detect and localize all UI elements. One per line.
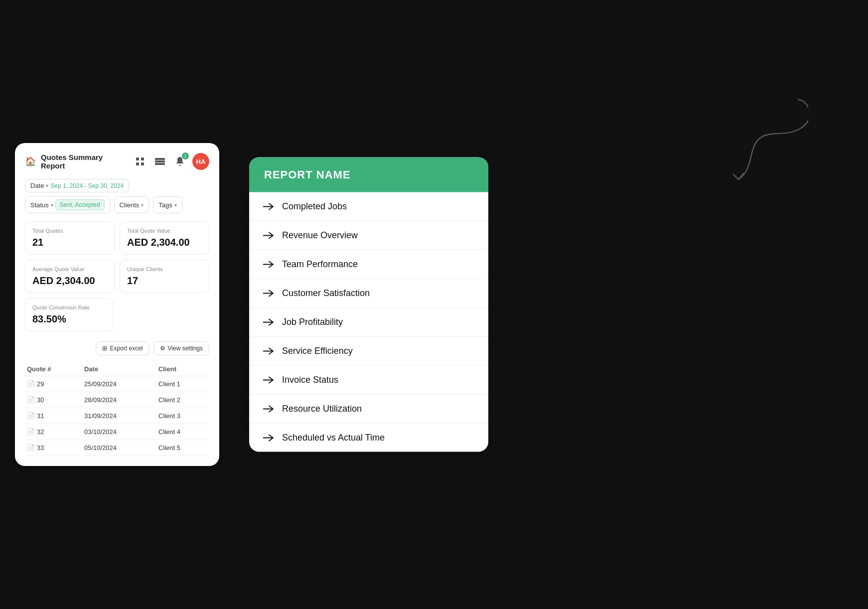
svg-rect-2 — [136, 162, 139, 165]
report-item-label: Job Profitability — [282, 317, 343, 327]
report-item-label: Completed Jobs — [282, 201, 347, 212]
report-item-label: Invoice Status — [282, 375, 338, 385]
notification-icon[interactable]: 1 — [172, 154, 187, 169]
report-list-item[interactable]: Customer Satisfaction — [249, 279, 488, 308]
table-row[interactable]: 📄29 25/09/2024 Client 1 — [25, 376, 209, 392]
cell-client: Client 5 — [156, 440, 209, 456]
stat-label-total-quotes: Total Quotes — [32, 228, 107, 234]
cell-client: Client 1 — [156, 376, 209, 392]
report-list-item[interactable]: Job Profitability — [249, 308, 488, 337]
cell-quote-num: 📄30 — [25, 392, 82, 408]
svg-rect-0 — [136, 157, 139, 160]
stat-value-total-quote-value: AED 2,304.00 — [127, 237, 202, 248]
report-item-label: Team Performance — [282, 259, 358, 270]
report-list-item[interactable]: Completed Jobs — [249, 192, 488, 221]
grid-view-icon[interactable] — [133, 154, 147, 169]
settings-icon: ⚙ — [160, 345, 165, 352]
app-header: 🏠 Quotes Summary Report — [25, 153, 209, 170]
notification-badge: 1 — [182, 152, 189, 159]
export-excel-button[interactable]: ⊞ Export excel — [96, 341, 149, 355]
doc-icon: 📄 — [27, 380, 35, 388]
arrow-right-icon — [263, 202, 274, 210]
stat-unique-clients: Unique Clients 17 — [120, 260, 209, 293]
stat-conversion-rate: Quote Conversion Rate 83.50% — [25, 298, 114, 331]
table-row[interactable]: 📄33 05/10/2024 Client 5 — [25, 440, 209, 456]
stat-total-quotes: Total Quotes 21 — [25, 221, 115, 255]
col-client: Client — [156, 362, 209, 376]
stat-value-unique-clients: 17 — [127, 275, 202, 287]
cell-quote-num: 📄33 — [25, 440, 82, 456]
report-list-item[interactable]: Resource Utilization — [249, 395, 488, 424]
cell-client: Client 2 — [156, 392, 209, 408]
svg-rect-5 — [155, 160, 165, 162]
svg-rect-1 — [141, 157, 144, 160]
cell-date: 28/09/2024 — [82, 392, 156, 408]
table-row[interactable]: 📄32 03/10/2024 Client 4 — [25, 424, 209, 440]
report-name-card: REPORT NAME Completed Jobs Revenue Overv… — [249, 157, 488, 452]
stat-label-total-quote-value: Total Quote Value — [127, 228, 202, 234]
svg-rect-4 — [155, 158, 165, 160]
arrow-right-icon — [263, 434, 274, 442]
report-item-label: Revenue Overview — [282, 230, 358, 241]
col-quote-num: Quote # — [25, 362, 82, 376]
card-view-icon[interactable] — [152, 154, 167, 169]
view-settings-button[interactable]: ⚙ View settings — [153, 341, 209, 355]
table-icon: ⊞ — [102, 345, 107, 352]
cell-date: 25/09/2024 — [82, 376, 156, 392]
cell-quote-num: 📄29 — [25, 376, 82, 392]
stat-value-conversion: 83.50% — [32, 313, 106, 325]
stat-label-conversion: Quote Conversion Rate — [32, 304, 106, 310]
quotes-table: Quote # Date Client 📄29 25/09/2024 Clien… — [25, 362, 209, 456]
tags-filter[interactable]: Tags ▾ — [153, 196, 182, 213]
action-row: ⊞ Export excel ⚙ View settings — [25, 341, 209, 355]
home-icon[interactable]: 🏠 — [25, 156, 36, 167]
cell-date: 03/10/2024 — [82, 424, 156, 440]
date-filter[interactable]: Date ▾ Sep 1, 2024 - Sep 30, 2024 — [25, 179, 129, 192]
arrow-right-icon — [263, 347, 274, 355]
arrow-right-icon — [263, 318, 274, 326]
stats-grid: Total Quotes 21 Total Quote Value AED 2,… — [25, 221, 209, 293]
filters-bar: Date ▾ Sep 1, 2024 - Sep 30, 2024 Status… — [25, 179, 209, 213]
doc-icon: 📄 — [27, 428, 35, 436]
doc-icon: 📄 — [27, 396, 35, 404]
cell-client: Client 4 — [156, 424, 209, 440]
stat-total-quote-value: Total Quote Value AED 2,304.00 — [120, 221, 209, 255]
cell-quote-num: 📄31 — [25, 408, 82, 424]
report-card-header: REPORT NAME — [249, 157, 488, 192]
cell-client: Client 3 — [156, 408, 209, 424]
report-list-item[interactable]: Scheduled vs Actual Time — [249, 424, 488, 452]
doc-icon: 📄 — [27, 444, 35, 452]
svg-rect-3 — [141, 162, 144, 165]
cell-quote-num: 📄32 — [25, 424, 82, 440]
cell-date: 05/10/2024 — [82, 440, 156, 456]
doc-icon: 📄 — [27, 412, 35, 420]
table-row[interactable]: 📄31 31/09/2024 Client 3 — [25, 408, 209, 424]
arrow-right-icon — [263, 376, 274, 384]
cell-date: 31/09/2024 — [82, 408, 156, 424]
report-list-item[interactable]: Team Performance — [249, 250, 488, 279]
arrow-right-icon — [263, 289, 274, 297]
arrow-right-icon — [263, 260, 274, 268]
report-item-label: Customer Satisfaction — [282, 288, 370, 299]
status-filter[interactable]: Status ▾ Sent, Accepted — [25, 196, 110, 213]
stat-avg-quote-value: Average Quote Value AED 2,304.00 — [25, 260, 115, 293]
report-item-label: Resource Utilization — [282, 404, 362, 414]
clients-filter[interactable]: Clients ▾ — [114, 196, 149, 213]
svg-rect-6 — [155, 163, 165, 165]
col-date: Date — [82, 362, 156, 376]
arrow-right-icon — [263, 231, 274, 239]
arrow-right-icon — [263, 405, 274, 413]
avatar[interactable]: HA — [192, 153, 209, 170]
report-list: Completed Jobs Revenue Overview Team Per… — [249, 192, 488, 452]
header-icons: 1 HA — [133, 153, 209, 170]
report-list-item[interactable]: Invoice Status — [249, 366, 488, 395]
stat-label-avg-quote-value: Average Quote Value — [32, 266, 107, 272]
report-card-title: REPORT NAME — [264, 168, 473, 181]
stat-label-unique-clients: Unique Clients — [127, 266, 202, 272]
report-list-item[interactable]: Service Efficiency — [249, 337, 488, 366]
stat-value-total-quotes: 21 — [32, 237, 107, 248]
report-list-item[interactable]: Revenue Overview — [249, 221, 488, 250]
page-title: Quotes Summary Report — [41, 153, 128, 170]
stat-value-avg-quote-value: AED 2,304.00 — [32, 275, 107, 287]
table-row[interactable]: 📄30 28/09/2024 Client 2 — [25, 392, 209, 408]
